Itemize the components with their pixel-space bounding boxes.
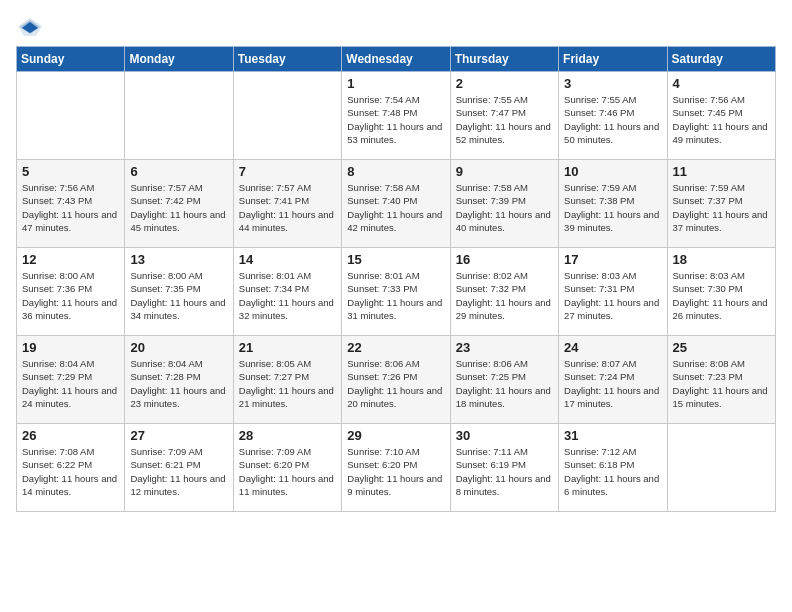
day-number: 1 xyxy=(347,76,444,91)
day-number: 31 xyxy=(564,428,661,443)
calendar-cell: 7 Sunrise: 7:57 AM Sunset: 7:41 PM Dayli… xyxy=(233,160,341,248)
logo-icon xyxy=(16,16,44,38)
cell-daylight: Daylight: 11 hours and 27 minutes. xyxy=(564,297,659,321)
cell-daylight: Daylight: 11 hours and 39 minutes. xyxy=(564,209,659,233)
cell-daylight: Daylight: 11 hours and 9 minutes. xyxy=(347,473,442,497)
cell-sunset: Sunset: 6:20 PM xyxy=(239,459,309,470)
cell-sunrise: Sunrise: 7:56 AM xyxy=(22,182,94,193)
calendar-cell: 22 Sunrise: 8:06 AM Sunset: 7:26 PM Dayl… xyxy=(342,336,450,424)
cell-sunrise: Sunrise: 8:03 AM xyxy=(564,270,636,281)
cell-sunset: Sunset: 6:20 PM xyxy=(347,459,417,470)
cell-sunrise: Sunrise: 8:01 AM xyxy=(347,270,419,281)
cell-daylight: Daylight: 11 hours and 24 minutes. xyxy=(22,385,117,409)
calendar-cell: 19 Sunrise: 8:04 AM Sunset: 7:29 PM Dayl… xyxy=(17,336,125,424)
cell-sunrise: Sunrise: 7:59 AM xyxy=(673,182,745,193)
cell-sunset: Sunset: 7:29 PM xyxy=(22,371,92,382)
calendar-cell: 26 Sunrise: 7:08 AM Sunset: 6:22 PM Dayl… xyxy=(17,424,125,512)
cell-sunrise: Sunrise: 7:57 AM xyxy=(130,182,202,193)
day-number: 11 xyxy=(673,164,770,179)
cell-daylight: Daylight: 11 hours and 23 minutes. xyxy=(130,385,225,409)
calendar-week-row: 1 Sunrise: 7:54 AM Sunset: 7:48 PM Dayli… xyxy=(17,72,776,160)
cell-sunset: Sunset: 6:19 PM xyxy=(456,459,526,470)
cell-daylight: Daylight: 11 hours and 34 minutes. xyxy=(130,297,225,321)
cell-sunrise: Sunrise: 7:55 AM xyxy=(564,94,636,105)
calendar-cell: 9 Sunrise: 7:58 AM Sunset: 7:39 PM Dayli… xyxy=(450,160,558,248)
day-number: 26 xyxy=(22,428,119,443)
calendar-cell: 12 Sunrise: 8:00 AM Sunset: 7:36 PM Dayl… xyxy=(17,248,125,336)
calendar-week-row: 26 Sunrise: 7:08 AM Sunset: 6:22 PM Dayl… xyxy=(17,424,776,512)
cell-sunrise: Sunrise: 8:08 AM xyxy=(673,358,745,369)
day-number: 7 xyxy=(239,164,336,179)
cell-sunset: Sunset: 7:43 PM xyxy=(22,195,92,206)
logo xyxy=(16,16,48,38)
cell-sunrise: Sunrise: 8:07 AM xyxy=(564,358,636,369)
calendar-cell: 18 Sunrise: 8:03 AM Sunset: 7:30 PM Dayl… xyxy=(667,248,775,336)
calendar-cell: 20 Sunrise: 8:04 AM Sunset: 7:28 PM Dayl… xyxy=(125,336,233,424)
cell-sunset: Sunset: 7:28 PM xyxy=(130,371,200,382)
cell-sunset: Sunset: 7:32 PM xyxy=(456,283,526,294)
cell-daylight: Daylight: 11 hours and 49 minutes. xyxy=(673,121,768,145)
cell-sunset: Sunset: 7:25 PM xyxy=(456,371,526,382)
calendar-cell: 6 Sunrise: 7:57 AM Sunset: 7:42 PM Dayli… xyxy=(125,160,233,248)
cell-daylight: Daylight: 11 hours and 18 minutes. xyxy=(456,385,551,409)
calendar-cell: 14 Sunrise: 8:01 AM Sunset: 7:34 PM Dayl… xyxy=(233,248,341,336)
cell-daylight: Daylight: 11 hours and 8 minutes. xyxy=(456,473,551,497)
cell-sunset: Sunset: 7:30 PM xyxy=(673,283,743,294)
cell-sunrise: Sunrise: 8:00 AM xyxy=(22,270,94,281)
calendar-cell: 5 Sunrise: 7:56 AM Sunset: 7:43 PM Dayli… xyxy=(17,160,125,248)
cell-sunrise: Sunrise: 8:04 AM xyxy=(130,358,202,369)
cell-sunset: Sunset: 7:40 PM xyxy=(347,195,417,206)
day-number: 2 xyxy=(456,76,553,91)
cell-daylight: Daylight: 11 hours and 44 minutes. xyxy=(239,209,334,233)
cell-sunset: Sunset: 7:38 PM xyxy=(564,195,634,206)
cell-sunset: Sunset: 7:47 PM xyxy=(456,107,526,118)
day-number: 3 xyxy=(564,76,661,91)
cell-sunset: Sunset: 7:33 PM xyxy=(347,283,417,294)
weekday-header: Sunday xyxy=(17,47,125,72)
cell-sunset: Sunset: 7:31 PM xyxy=(564,283,634,294)
day-number: 5 xyxy=(22,164,119,179)
cell-daylight: Daylight: 11 hours and 36 minutes. xyxy=(22,297,117,321)
weekday-header: Tuesday xyxy=(233,47,341,72)
cell-sunset: Sunset: 7:24 PM xyxy=(564,371,634,382)
weekday-header: Saturday xyxy=(667,47,775,72)
cell-daylight: Daylight: 11 hours and 6 minutes. xyxy=(564,473,659,497)
cell-sunrise: Sunrise: 7:12 AM xyxy=(564,446,636,457)
cell-sunrise: Sunrise: 7:58 AM xyxy=(456,182,528,193)
calendar-cell: 27 Sunrise: 7:09 AM Sunset: 6:21 PM Dayl… xyxy=(125,424,233,512)
cell-sunset: Sunset: 7:35 PM xyxy=(130,283,200,294)
day-number: 24 xyxy=(564,340,661,355)
cell-sunrise: Sunrise: 7:55 AM xyxy=(456,94,528,105)
cell-daylight: Daylight: 11 hours and 11 minutes. xyxy=(239,473,334,497)
cell-daylight: Daylight: 11 hours and 14 minutes. xyxy=(22,473,117,497)
calendar-week-row: 5 Sunrise: 7:56 AM Sunset: 7:43 PM Dayli… xyxy=(17,160,776,248)
calendar-cell: 8 Sunrise: 7:58 AM Sunset: 7:40 PM Dayli… xyxy=(342,160,450,248)
cell-sunset: Sunset: 6:21 PM xyxy=(130,459,200,470)
day-number: 30 xyxy=(456,428,553,443)
calendar-week-row: 19 Sunrise: 8:04 AM Sunset: 7:29 PM Dayl… xyxy=(17,336,776,424)
day-number: 22 xyxy=(347,340,444,355)
cell-daylight: Daylight: 11 hours and 26 minutes. xyxy=(673,297,768,321)
cell-daylight: Daylight: 11 hours and 21 minutes. xyxy=(239,385,334,409)
weekday-header: Thursday xyxy=(450,47,558,72)
cell-sunrise: Sunrise: 8:02 AM xyxy=(456,270,528,281)
day-number: 9 xyxy=(456,164,553,179)
cell-daylight: Daylight: 11 hours and 29 minutes. xyxy=(456,297,551,321)
cell-daylight: Daylight: 11 hours and 17 minutes. xyxy=(564,385,659,409)
day-number: 10 xyxy=(564,164,661,179)
cell-daylight: Daylight: 11 hours and 52 minutes. xyxy=(456,121,551,145)
calendar-cell: 11 Sunrise: 7:59 AM Sunset: 7:37 PM Dayl… xyxy=(667,160,775,248)
weekday-header: Monday xyxy=(125,47,233,72)
cell-daylight: Daylight: 11 hours and 31 minutes. xyxy=(347,297,442,321)
cell-sunset: Sunset: 7:26 PM xyxy=(347,371,417,382)
calendar-cell: 3 Sunrise: 7:55 AM Sunset: 7:46 PM Dayli… xyxy=(559,72,667,160)
day-number: 18 xyxy=(673,252,770,267)
cell-sunrise: Sunrise: 7:57 AM xyxy=(239,182,311,193)
day-number: 21 xyxy=(239,340,336,355)
calendar-week-row: 12 Sunrise: 8:00 AM Sunset: 7:36 PM Dayl… xyxy=(17,248,776,336)
calendar-header-row: SundayMondayTuesdayWednesdayThursdayFrid… xyxy=(17,47,776,72)
calendar-cell: 15 Sunrise: 8:01 AM Sunset: 7:33 PM Dayl… xyxy=(342,248,450,336)
calendar-cell: 16 Sunrise: 8:02 AM Sunset: 7:32 PM Dayl… xyxy=(450,248,558,336)
cell-sunrise: Sunrise: 8:05 AM xyxy=(239,358,311,369)
calendar-cell: 21 Sunrise: 8:05 AM Sunset: 7:27 PM Dayl… xyxy=(233,336,341,424)
